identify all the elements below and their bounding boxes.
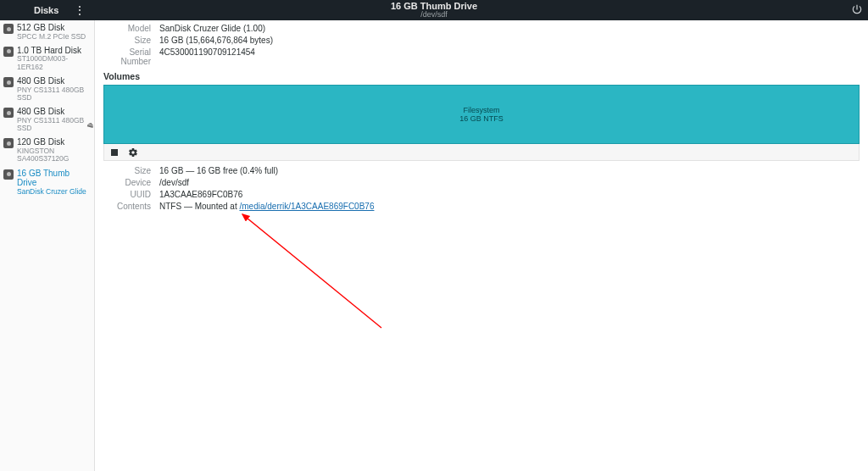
sidebar-item-name: 480 GB Disk bbox=[17, 76, 91, 86]
sidebar-disk-item[interactable]: 480 GB Disk PNY CS1311 480GB SSD bbox=[0, 104, 94, 135]
label-uuid: UUID bbox=[103, 190, 159, 199]
volumes-heading: Volumes bbox=[103, 71, 860, 81]
header-drive-title: 16 GB Thumb Drive /dev/sdf bbox=[391, 1, 477, 19]
sidebar-disk-item[interactable]: 512 GB Disk SPCC M.2 PCIe SSD bbox=[0, 20, 94, 43]
value-contents: NTFS — Mounted at /media/derrik/1A3CAAE8… bbox=[159, 202, 374, 211]
sidebar-item-sub: SPCC M.2 PCIe SSD bbox=[17, 33, 86, 41]
label-device: Device bbox=[103, 178, 159, 187]
disk-icon bbox=[3, 108, 14, 118]
gear-icon bbox=[128, 147, 138, 158]
volume-size: 16 GB NTFS bbox=[459, 114, 504, 123]
sidebar-disk-item[interactable]: 120 GB Disk KINGSTON SA400S37120G bbox=[0, 135, 94, 165]
label-part-size: Size bbox=[103, 166, 159, 175]
value-uuid: 1A3CAAE869FC0B76 bbox=[159, 190, 242, 199]
main-pane: Model SanDisk Cruzer Glide (1.00) Size 1… bbox=[95, 20, 868, 471]
disk-icon bbox=[3, 77, 14, 87]
disk-icon bbox=[3, 169, 14, 180]
sidebar-disk-item[interactable]: 480 GB Disk PNY CS1311 480GB SSD bbox=[0, 74, 94, 104]
label-model: Model bbox=[103, 24, 159, 33]
sidebar-item-sub: KINGSTON SA400S37120G bbox=[17, 147, 91, 163]
sidebar-item-sub: PNY CS1311 480GB SSD bbox=[17, 117, 91, 133]
sidebar-item-name: 480 GB Disk bbox=[17, 107, 91, 117]
sidebar-item-name: 16 GB Thumb Drive bbox=[17, 169, 91, 188]
label-serial: Serial Number bbox=[103, 47, 159, 66]
label-size: Size bbox=[103, 36, 159, 45]
value-model: SanDisk Cruzer Glide (1.00) bbox=[159, 24, 265, 33]
mount-path-link[interactable]: /media/derrik/1A3CAAE869FC0B76 bbox=[239, 202, 374, 211]
volume-options-button[interactable] bbox=[128, 147, 138, 158]
volume-label: Filesystem bbox=[463, 106, 499, 114]
value-serial: 4C530001190709121454 bbox=[159, 47, 255, 66]
disk-icon bbox=[3, 138, 14, 148]
label-contents: Contents bbox=[103, 202, 159, 211]
unmount-button[interactable] bbox=[109, 147, 120, 158]
sidebar-item-sub: SanDisk Cruzer Glide bbox=[17, 188, 91, 196]
header-drive-device: /dev/sdf bbox=[391, 11, 477, 19]
sidebar-disk-item[interactable]: 1.0 TB Hard Disk ST1000DM003-1ER162 bbox=[0, 43, 94, 74]
power-icon[interactable] bbox=[851, 3, 863, 17]
value-part-size: 16 GB — 16 GB free (0.4% full) bbox=[159, 166, 278, 175]
app-menu-button[interactable]: ⋮ bbox=[74, 4, 86, 16]
stop-icon bbox=[111, 149, 118, 156]
sidebar-disk-item-selected[interactable]: 16 GB Thumb Drive SanDisk Cruzer Glide bbox=[0, 166, 94, 198]
volume-block[interactable]: Filesystem 16 GB NTFS bbox=[103, 85, 860, 144]
value-size: 16 GB (15,664,676,864 bytes) bbox=[159, 36, 273, 45]
disk-icon bbox=[3, 24, 14, 34]
contents-prefix: NTFS — Mounted at bbox=[159, 202, 239, 211]
value-device: /dev/sdf bbox=[159, 178, 189, 187]
header-bar: Disks ⋮ 16 GB Thumb Drive /dev/sdf bbox=[0, 0, 868, 20]
sidebar-item-sub: ST1000DM003-1ER162 bbox=[17, 55, 91, 71]
disk-icon bbox=[3, 47, 14, 57]
disk-sidebar: 512 GB Disk SPCC M.2 PCIe SSD 1.0 TB Har… bbox=[0, 20, 95, 471]
sidebar-item-name: 512 GB Disk bbox=[17, 23, 86, 33]
sidebar-item-sub: PNY CS1311 480GB SSD bbox=[17, 86, 91, 103]
volume-toolbar bbox=[103, 144, 860, 161]
app-title: Disks bbox=[34, 5, 58, 15]
